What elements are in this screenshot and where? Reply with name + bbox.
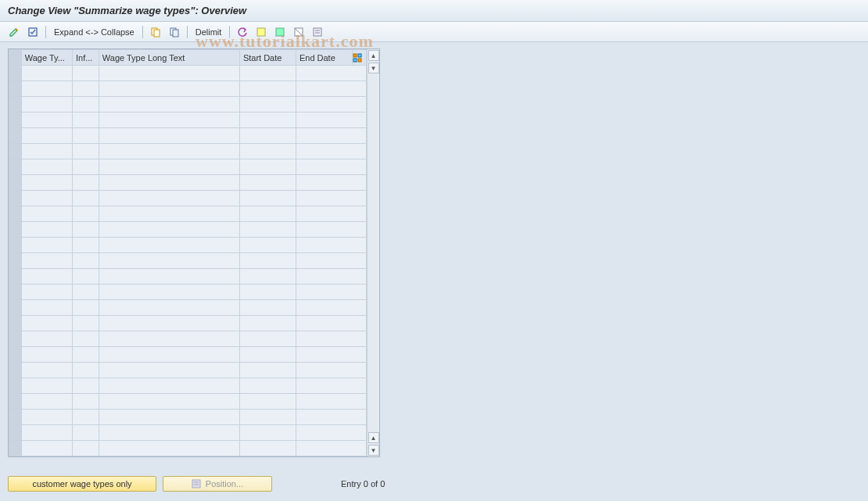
row-selector[interactable] (9, 222, 22, 238)
cell-wage-type[interactable] (21, 269, 72, 284)
select-block-icon[interactable] (272, 24, 288, 40)
cell-wage-type[interactable] (21, 144, 72, 159)
cell-long-text[interactable] (99, 316, 239, 331)
cell-long-text[interactable] (99, 206, 239, 222)
row-selector[interactable] (9, 269, 22, 284)
cell-inf[interactable] (73, 206, 99, 222)
cell-long-text[interactable] (99, 222, 239, 238)
cell-wage-type[interactable] (21, 238, 72, 253)
cell-long-text[interactable] (99, 253, 239, 269)
cell-inf[interactable] (73, 300, 99, 316)
cell-inf[interactable] (73, 253, 99, 269)
cell-inf[interactable] (73, 394, 99, 410)
cell-end-date[interactable] (296, 159, 366, 175)
cell-end-date[interactable] (296, 206, 366, 222)
table-row[interactable] (9, 175, 367, 191)
cell-long-text[interactable] (99, 331, 239, 347)
cell-start-date[interactable] (239, 97, 296, 113)
cell-long-text[interactable] (99, 144, 239, 159)
cell-wage-type[interactable] (21, 128, 72, 144)
cell-inf[interactable] (73, 113, 99, 128)
cell-inf[interactable] (73, 269, 99, 284)
cell-inf[interactable] (73, 222, 99, 238)
cell-wage-type[interactable] (21, 284, 72, 300)
table-row[interactable] (9, 269, 367, 284)
cell-start-date[interactable] (239, 253, 296, 269)
change-icon[interactable] (6, 24, 22, 40)
row-selector[interactable] (9, 175, 22, 191)
row-selector[interactable] (9, 347, 22, 363)
cell-long-text[interactable] (99, 97, 239, 113)
cell-long-text[interactable] (99, 81, 239, 97)
row-selector[interactable] (9, 253, 22, 269)
table-row[interactable] (9, 66, 367, 81)
row-selector[interactable] (9, 159, 22, 175)
position-button[interactable]: Position... (163, 476, 272, 492)
cell-long-text[interactable] (99, 441, 239, 456)
cell-long-text[interactable] (99, 238, 239, 253)
row-selector[interactable] (9, 81, 22, 97)
cell-wage-type[interactable] (21, 316, 72, 331)
cell-inf[interactable] (73, 284, 99, 300)
cell-inf[interactable] (73, 363, 99, 378)
cell-start-date[interactable] (239, 363, 296, 378)
cell-end-date[interactable] (296, 347, 366, 363)
row-selector[interactable] (9, 97, 22, 113)
cell-wage-type[interactable] (21, 300, 72, 316)
scroll-down-icon[interactable]: ▼ (368, 63, 379, 73)
col-wage-type[interactable]: Wage Ty... (21, 50, 72, 66)
row-selector[interactable] (9, 363, 22, 378)
cell-end-date[interactable] (296, 191, 366, 206)
cell-start-date[interactable] (239, 81, 296, 97)
row-selector[interactable] (9, 300, 22, 316)
cell-start-date[interactable] (239, 347, 296, 363)
cell-wage-type[interactable] (21, 175, 72, 191)
cell-inf[interactable] (73, 238, 99, 253)
row-selector[interactable] (9, 238, 22, 253)
table-row[interactable] (9, 81, 367, 97)
table-row[interactable] (9, 441, 367, 456)
cell-start-date[interactable] (239, 113, 296, 128)
table-row[interactable] (9, 425, 367, 441)
cell-start-date[interactable] (239, 206, 296, 222)
table-row[interactable] (9, 206, 367, 222)
cell-long-text[interactable] (99, 410, 239, 425)
table-settings-icon[interactable] (352, 50, 366, 66)
cell-start-date[interactable] (239, 378, 296, 394)
row-selector[interactable] (9, 128, 22, 144)
cell-end-date[interactable] (296, 300, 366, 316)
cell-wage-type[interactable] (21, 425, 72, 441)
cell-inf[interactable] (73, 175, 99, 191)
cell-end-date[interactable] (296, 284, 366, 300)
cell-start-date[interactable] (239, 238, 296, 253)
table-row[interactable] (9, 222, 367, 238)
cell-long-text[interactable] (99, 347, 239, 363)
cell-start-date[interactable] (239, 284, 296, 300)
table-row[interactable] (9, 284, 367, 300)
table-row[interactable] (9, 159, 367, 175)
col-long-text[interactable]: Wage Type Long Text (99, 50, 239, 66)
customer-wage-types-button[interactable]: customer wage types only (8, 476, 156, 492)
table-row[interactable] (9, 316, 367, 331)
row-selector[interactable] (9, 191, 22, 206)
row-selector[interactable] (9, 410, 22, 425)
cell-end-date[interactable] (296, 222, 366, 238)
cell-start-date[interactable] (239, 144, 296, 159)
cell-wage-type[interactable] (21, 410, 72, 425)
cell-wage-type[interactable] (21, 253, 72, 269)
cell-long-text[interactable] (99, 284, 239, 300)
scroll-up-bottom-icon[interactable]: ▲ (368, 432, 379, 443)
table-row[interactable] (9, 363, 367, 378)
table-row[interactable] (9, 410, 367, 425)
row-selector[interactable] (9, 331, 22, 347)
cell-wage-type[interactable] (21, 222, 72, 238)
table-row[interactable] (9, 253, 367, 269)
copy-icon[interactable] (148, 24, 163, 40)
col-inf[interactable]: Inf... (73, 50, 99, 66)
cell-end-date[interactable] (296, 410, 366, 425)
cell-inf[interactable] (73, 97, 99, 113)
table-row[interactable] (9, 191, 367, 206)
cell-inf[interactable] (73, 441, 99, 456)
cell-end-date[interactable] (296, 425, 366, 441)
cell-wage-type[interactable] (21, 331, 72, 347)
